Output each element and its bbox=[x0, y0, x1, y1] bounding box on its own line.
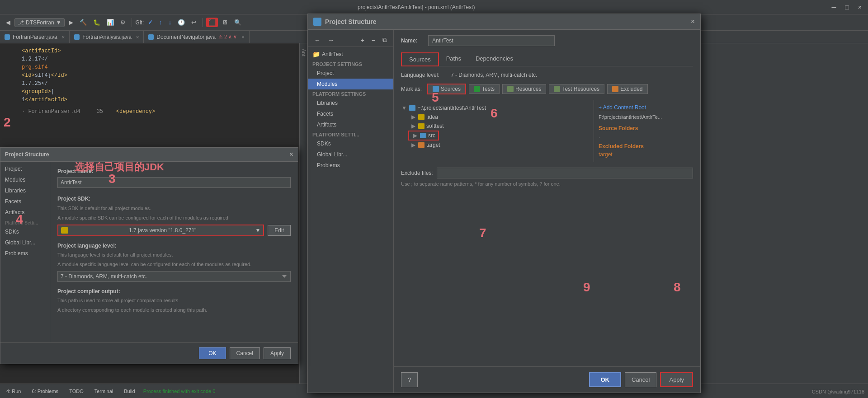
sdk-desc1: This SDK is default for all project modu… bbox=[57, 205, 291, 212]
module-content: Name: Sources Paths Dependencies bbox=[394, 30, 700, 366]
git-label: Git: bbox=[136, 19, 144, 26]
large-cancel-button[interactable]: Cancel bbox=[625, 372, 656, 387]
git-revert-button[interactable]: ↩ bbox=[189, 18, 198, 27]
branch-selector[interactable]: ⎇ DTSFortran ▼ bbox=[14, 18, 65, 27]
mark-tests-button[interactable]: Tests bbox=[469, 84, 500, 94]
lang-level-select[interactable]: 7 - Diamonds, ARM, multi-catch etc. bbox=[57, 271, 291, 282]
exclude-input[interactable] bbox=[437, 168, 693, 178]
sidebar-item-problems[interactable]: Problems bbox=[0, 248, 50, 259]
highlighted-tool-button[interactable]: ⬛ bbox=[206, 18, 218, 27]
todo-tab[interactable]: TODO bbox=[66, 388, 86, 395]
small-apply-button[interactable]: Apply bbox=[264, 347, 291, 359]
tests-folder-icon bbox=[474, 86, 480, 92]
tab-fortran-parser[interactable]: FortranParser.java × bbox=[0, 31, 70, 43]
sidebar-large-sdks[interactable]: SDKs bbox=[308, 138, 393, 149]
debug-button[interactable]: 🐛 bbox=[91, 18, 103, 27]
large-apply-button[interactable]: Apply bbox=[660, 372, 693, 387]
sidebar-large-libraries[interactable]: Libraries bbox=[308, 98, 393, 108]
terminal-tab[interactable]: Terminal bbox=[92, 388, 116, 395]
tree-item-idea[interactable]: ▶ .idea bbox=[401, 112, 594, 122]
small-dialog-close-button[interactable]: × bbox=[289, 150, 293, 159]
sidebar-item-facets[interactable]: Facets bbox=[0, 196, 50, 207]
build-button[interactable]: 🔨 bbox=[77, 18, 89, 27]
module-name-input[interactable] bbox=[428, 35, 555, 46]
sidebar-large-problems[interactable]: Problems bbox=[308, 160, 393, 171]
project-name-input[interactable] bbox=[57, 177, 291, 188]
sidebar-item-project[interactable]: Project bbox=[0, 164, 50, 174]
git-push-button[interactable]: ↑ bbox=[157, 18, 165, 27]
project-name-label: Project name: bbox=[57, 168, 291, 174]
large-dialog-footer: ? OK Cancel Apply bbox=[394, 366, 700, 393]
sidebar-item-artifacts[interactable]: Artifacts bbox=[0, 207, 50, 218]
maximize-button[interactable]: □ bbox=[842, 3, 851, 12]
tool-button2[interactable]: 🖥 bbox=[220, 18, 230, 27]
tree-item-target[interactable]: ▶ target bbox=[401, 140, 594, 150]
build-tab[interactable]: Build bbox=[121, 388, 137, 395]
tab-paths[interactable]: Paths bbox=[439, 52, 468, 66]
search-everywhere-button[interactable]: 🔍 bbox=[232, 18, 244, 27]
sidebar-large-modules[interactable]: Modules bbox=[308, 79, 393, 89]
sidebar-item-libraries[interactable]: Libraries bbox=[0, 185, 50, 196]
small-ok-button[interactable]: OK bbox=[199, 347, 226, 359]
add-content-root-link[interactable]: + Add Content Root bbox=[599, 104, 689, 111]
tab-document-navigator[interactable]: DocumentNavigator.java ⚠ 2 ∧ ∨ × bbox=[144, 31, 249, 43]
mark-resources-button[interactable]: Resources bbox=[502, 84, 546, 94]
tree-item-root[interactable]: ▼ F:\projects\antlrtest\AntlrTest bbox=[401, 103, 594, 112]
back-nav-button[interactable]: ← bbox=[311, 35, 323, 45]
git-pull-button[interactable]: ↓ bbox=[166, 18, 174, 27]
title-bar: projects\AntlrTest\AntlrTest] - pom.xml … bbox=[0, 0, 868, 14]
add-module-button[interactable]: + bbox=[358, 35, 367, 45]
git-commit-button[interactable]: ✓ bbox=[146, 18, 155, 27]
large-dialog-title-text: Project Structure bbox=[325, 18, 377, 25]
sidebar-item-modules[interactable]: Modules bbox=[0, 174, 50, 185]
sidebar-item-sdks[interactable]: SDKs bbox=[0, 226, 50, 237]
small-dialog-titlebar: Project Structure × bbox=[0, 148, 298, 162]
run-button[interactable]: ▶ bbox=[66, 18, 75, 27]
tab-close-2[interactable]: × bbox=[136, 34, 139, 40]
profile-button[interactable]: 📊 bbox=[104, 18, 116, 27]
sidebar-label-project: Project bbox=[5, 166, 22, 172]
process-status: Process finished with exit code 0 bbox=[143, 389, 216, 394]
tab-dependencies[interactable]: Dependencies bbox=[468, 52, 520, 66]
lang-level-value-large: 7 - Diamonds, ARM, multi-catch etc. bbox=[451, 72, 537, 78]
mark-test-resources-button[interactable]: Test Resources bbox=[549, 84, 604, 94]
edit-sdk-button[interactable]: Edit bbox=[268, 225, 291, 236]
mark-sources-button[interactable]: Sources bbox=[427, 84, 466, 94]
sidebar-item-global-libr[interactable]: Global Libr... bbox=[0, 237, 50, 248]
run-config-button[interactable]: ⚙ bbox=[118, 18, 128, 27]
platform-settings-label-small: Platform Setti... bbox=[0, 218, 50, 226]
module-folder-icon: 📁 bbox=[312, 51, 320, 58]
sidebar-large-artifacts[interactable]: Artifacts bbox=[308, 119, 393, 130]
back-button[interactable]: ◀ bbox=[4, 18, 13, 27]
copy-module-button[interactable]: ⧉ bbox=[380, 35, 390, 45]
close-button[interactable]: × bbox=[855, 3, 864, 12]
large-dialog-close-button[interactable]: × bbox=[691, 18, 695, 26]
large-ok-button[interactable]: OK bbox=[589, 372, 622, 387]
tab-sources[interactable]: Sources bbox=[401, 52, 439, 66]
sidebar-large-project[interactable]: Project bbox=[308, 68, 393, 79]
run-tab[interactable]: 4: Run bbox=[4, 388, 24, 395]
git-history-button[interactable]: 🕐 bbox=[175, 18, 187, 27]
tab-close-1[interactable]: × bbox=[62, 34, 65, 40]
sidebar-large-facets[interactable]: Facets bbox=[308, 108, 393, 119]
remove-module-button[interactable]: − bbox=[369, 35, 378, 45]
problems-tab[interactable]: 6: Problems bbox=[29, 388, 61, 395]
sidebar-large-global-libr[interactable]: Global Libr... bbox=[308, 149, 393, 160]
problems-tab-label: 6: Problems bbox=[32, 389, 58, 394]
language-level-section: Project language level: This language le… bbox=[57, 243, 291, 282]
tab-fortran-analysis[interactable]: FortranAnalysis.java × bbox=[70, 31, 144, 43]
tree-item-softtest[interactable]: ▶ softtest bbox=[401, 122, 594, 131]
sidebar-label-libraries: Libraries bbox=[5, 187, 26, 194]
forward-nav-button[interactable]: → bbox=[325, 35, 337, 45]
mark-excluded-button[interactable]: Excluded bbox=[607, 84, 647, 94]
right-info-panel: + Add Content Root F:\projects\antlrtest… bbox=[594, 100, 693, 162]
sdk-select[interactable]: 1.7 java version "1.8.0_271" ▼ bbox=[57, 225, 264, 236]
tree-item-src[interactable]: ▶ src bbox=[408, 131, 439, 140]
exclude-label: Exclude files: bbox=[401, 170, 433, 176]
small-cancel-button[interactable]: Cancel bbox=[230, 347, 260, 359]
compiler-output-label: Project compiler output: bbox=[57, 288, 291, 295]
tab-label-2: FortranAnalysis.java bbox=[82, 34, 132, 40]
large-help-button[interactable]: ? bbox=[401, 372, 418, 387]
tab-close-3[interactable]: × bbox=[241, 34, 244, 40]
minimize-button[interactable]: ─ bbox=[829, 3, 839, 12]
